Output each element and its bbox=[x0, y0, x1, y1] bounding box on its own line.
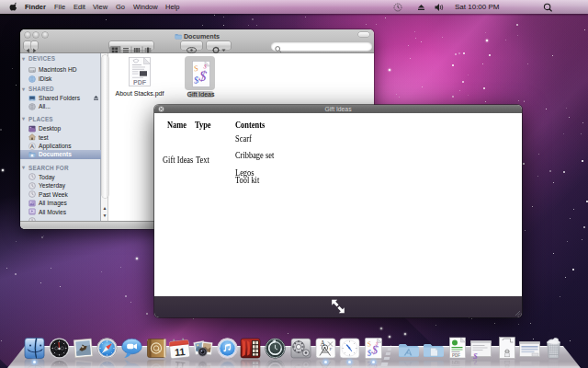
svg-text:F: F bbox=[329, 347, 332, 351]
svg-text:A: A bbox=[320, 339, 325, 348]
svg-text:$: $ bbox=[473, 359, 478, 367]
svg-text:PDF: PDF bbox=[452, 353, 460, 358]
svg-text:$: $ bbox=[473, 351, 478, 360]
svg-text:PDF: PDF bbox=[452, 360, 460, 364]
svg-text:11: 11 bbox=[174, 346, 186, 358]
svg-text:PDF: PDF bbox=[133, 79, 147, 86]
svg-text:11: 11 bbox=[174, 360, 186, 368]
svg-text:A: A bbox=[30, 144, 35, 149]
